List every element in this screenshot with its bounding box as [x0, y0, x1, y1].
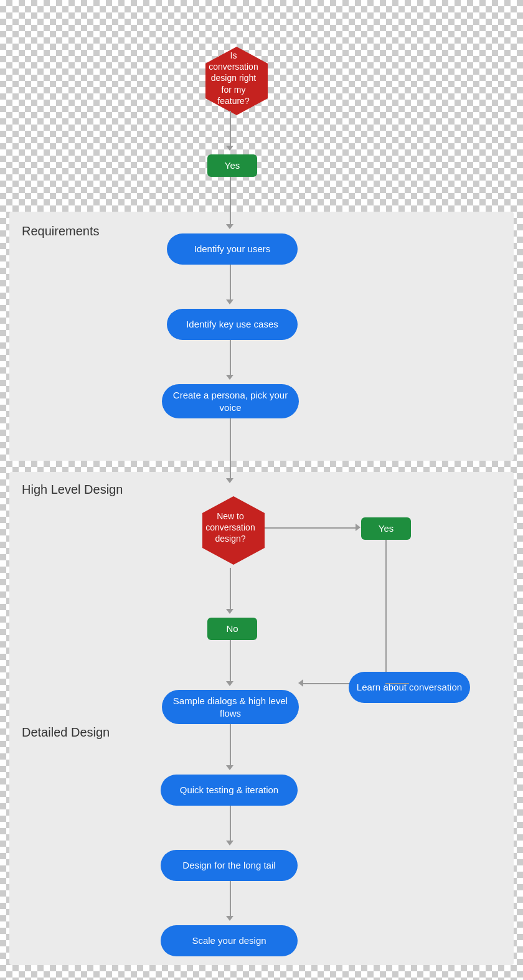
arrow-4 — [226, 375, 233, 380]
new-design-hexagon: New to conversation design? — [190, 487, 271, 568]
connector-6h — [265, 527, 358, 529]
connector-8 — [230, 640, 231, 684]
new-design-hex-text: New to conversation design? — [202, 511, 258, 545]
connector-4 — [230, 340, 231, 377]
yes-top-button[interactable]: Yes — [207, 154, 257, 177]
arrow-7 — [226, 609, 233, 614]
connector-5 — [230, 418, 231, 481]
connector-3 — [230, 265, 231, 302]
arrow-10 — [226, 841, 233, 846]
arrow-6r — [356, 524, 360, 531]
connector-7 — [230, 568, 231, 611]
connector-1 — [230, 111, 231, 148]
create-persona-button[interactable]: Create a persona, pick your voice — [162, 384, 299, 418]
connector-9 — [230, 724, 231, 768]
yes-right-button[interactable]: Yes — [361, 517, 411, 540]
no-button[interactable]: No — [207, 618, 257, 640]
connector-11 — [230, 881, 231, 918]
requirements-label: Requirements — [22, 224, 100, 238]
arrow-8 — [226, 681, 233, 686]
high-level-label: High Level Design — [22, 483, 123, 497]
connector-right-down — [385, 540, 387, 683]
connector-10 — [230, 806, 231, 843]
detailed-label: Detailed Design — [22, 725, 110, 740]
arrow-1 — [226, 146, 233, 151]
arrow-learn-left — [298, 679, 303, 687]
scale-design-button[interactable]: Scale your design — [161, 925, 298, 956]
arrow-9 — [226, 765, 233, 770]
identify-users-button[interactable]: Identify your users — [167, 233, 298, 265]
arrow-2 — [226, 224, 233, 229]
design-long-tail-button[interactable]: Design for the long tail — [161, 850, 298, 881]
arrow-5 — [226, 478, 233, 483]
arrow-3 — [226, 299, 233, 304]
start-hex-text: Is conversation design right for my feat… — [205, 50, 262, 106]
connector-2 — [230, 177, 231, 227]
start-hexagon: Is conversation design right for my feat… — [193, 37, 274, 118]
quick-testing-button[interactable]: Quick testing & iteration — [161, 775, 298, 806]
arrow-11 — [226, 916, 233, 921]
identify-cases-button[interactable]: Identify key use cases — [167, 309, 298, 340]
connector-yes-to-learn-h — [385, 683, 409, 684]
learn-about-button[interactable]: Learn about conversation — [349, 672, 470, 703]
sample-dialogs-button[interactable]: Sample dialogs & high level flows — [162, 690, 299, 724]
